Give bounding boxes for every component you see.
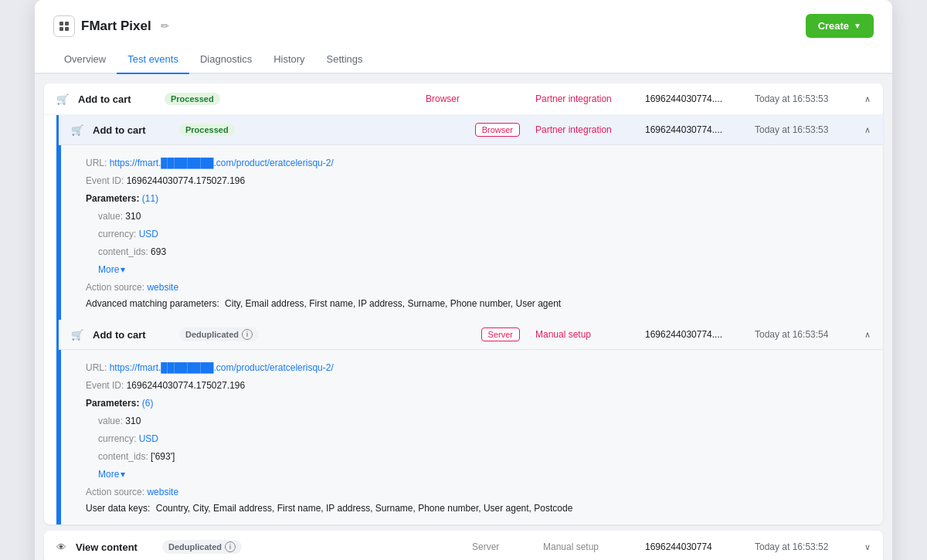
params-row: Parameters: (11) [86, 192, 868, 205]
value-val: 310 [125, 211, 141, 222]
sub-event-name-server: Add to cart [93, 329, 170, 341]
info-icon-bottom: i [225, 541, 236, 552]
more-link-browser[interactable]: More ▾ [98, 263, 125, 277]
event-id-bottom: 1696244030774 [645, 541, 745, 552]
event-row-view-content[interactable]: 👁 View content Deduplicated i Server Man… [44, 531, 883, 560]
create-button[interactable]: Create ▼ [806, 14, 874, 38]
event-time-server: Today at 16:53:54 [755, 329, 855, 340]
action-source-val: website [147, 282, 178, 293]
event-name-top: Add to cart [78, 93, 155, 105]
event-id-top: 1696244030774.... [645, 93, 745, 104]
detail-panel-browser: URL: https://fmart.████████.com/product/… [59, 145, 883, 320]
content-ids-val-server: ['693'] [151, 451, 175, 462]
currency-val-server: USD [139, 433, 158, 444]
content-area: 🛒 Add to cart Processed Browser Partner … [35, 74, 892, 560]
status-badge-view-content: Deduplicated i [162, 540, 242, 554]
action-source-row: Action source: website [86, 280, 868, 294]
params-row-server: Parameters: (6) [86, 396, 868, 410]
value-row: value: 310 [86, 209, 868, 223]
cart-icon-browser: 🛒 [71, 124, 83, 136]
currency-row-server: currency: USD [86, 432, 868, 446]
svg-rect-2 [59, 27, 63, 31]
nav-tabs: Overview Test events Diagnostics History… [35, 46, 892, 74]
sub-status-badge-server: Deduplicated i [179, 328, 259, 341]
svg-rect-0 [59, 22, 63, 25]
cart-icon: 🛒 [56, 93, 69, 105]
event-id-detail: 1696244030774.175027.196 [127, 175, 246, 186]
url-row-server: URL: https://fmart.████████.com/product/… [86, 361, 868, 375]
content-ids-row: content_ids: 693 [86, 245, 868, 259]
sub-event-browser-row[interactable]: 🛒 Add to cart Processed Browser Partner … [59, 115, 883, 145]
sub-status-badge-browser: Processed [179, 124, 235, 136]
sub-event-container: 🛒 Add to cart Processed Browser Partner … [56, 115, 883, 524]
event-row-top[interactable]: 🛒 Add to cart Processed Browser Partner … [44, 83, 883, 115]
action-source-val-server: website [147, 487, 178, 497]
integration-top: Partner integration [535, 93, 636, 104]
event-id-server: 1696244030774.... [645, 329, 745, 340]
params-count-browser[interactable]: (11) [142, 193, 158, 204]
url-link-browser[interactable]: https://fmart.████████.com/product/eratc… [110, 158, 334, 168]
more-link-server[interactable]: More ▾ [98, 467, 125, 481]
event-name-view-content: View content [76, 541, 153, 553]
source-tag-bottom: Server [472, 541, 534, 552]
edit-icon[interactable]: ✏ [161, 20, 169, 32]
sub-event-name-browser: Add to cart [93, 124, 170, 136]
value-row-server: value: 310 [86, 414, 868, 428]
event-group-add-to-cart: 🛒 Add to cart Processed Browser Partner … [44, 83, 883, 524]
main-window: FMart Pixel ✏ Create ▼ Overview Test eve… [35, 0, 892, 560]
svg-rect-1 [65, 22, 69, 25]
view-icon: 👁 [56, 541, 66, 553]
url-row: URL: https://fmart.████████.com/product/… [86, 156, 868, 170]
content-ids-val: 693 [151, 246, 166, 257]
tab-overview[interactable]: Overview [53, 46, 117, 74]
event-time-browser: Today at 16:53:53 [755, 124, 855, 135]
event-id-browser: 1696244030774.... [645, 124, 745, 135]
source-tag-top: Browser [426, 93, 526, 104]
currency-row: currency: USD [86, 227, 868, 241]
event-group-view-content: 👁 View content Deduplicated i Server Man… [44, 531, 883, 560]
chevron-down-icon: ▼ [854, 22, 861, 30]
header: FMart Pixel ✏ Create ▼ [35, 0, 892, 38]
event-time-top: Today at 16:53:53 [755, 93, 855, 104]
app-title: FMart Pixel [81, 19, 151, 34]
detail-panel-server: URL: https://fmart.████████.com/product/… [59, 350, 883, 524]
matching-params-row-browser: Advanced matching parameters: City, Emai… [86, 298, 868, 309]
tab-settings[interactable]: Settings [316, 46, 374, 74]
info-icon: i [242, 329, 253, 340]
event-id-server-detail-row: Event ID: 1696244030774.175027.196 [86, 378, 868, 392]
user-data-row-server: User data keys: Country, City, Email add… [86, 503, 868, 514]
tab-test-events[interactable]: Test events [117, 46, 189, 74]
more-row-server: More ▾ [86, 467, 868, 481]
status-badge-top: Processed [165, 93, 220, 105]
browser-tag: Browser [475, 123, 520, 137]
header-left: FMart Pixel ✏ [53, 15, 169, 37]
server-tag: Server [481, 328, 520, 341]
integration-browser: Partner integration [535, 124, 636, 135]
currency-val: USD [139, 229, 158, 239]
svg-rect-3 [65, 27, 69, 31]
sub-event-server-row[interactable]: 🛒 Add to cart Deduplicated i Server Manu… [59, 320, 883, 350]
event-id-detail-row: Event ID: 1696244030774.175027.196 [86, 174, 868, 188]
action-source-row-server: Action source: website [86, 485, 868, 499]
more-row-browser: More ▾ [86, 263, 868, 277]
event-time-bottom: Today at 16:53:52 [755, 541, 855, 552]
event-id-server-detail: 1696244030774.175027.196 [127, 380, 246, 391]
content-ids-row-server: content_ids: ['693'] [86, 450, 868, 463]
chevron-up-icon: ∧ [864, 94, 871, 104]
value-val-server: 310 [125, 416, 141, 426]
pixel-icon [53, 15, 75, 37]
cart-icon-server: 🛒 [71, 329, 83, 341]
chevron-up-icon-server: ∧ [864, 330, 871, 340]
chevron-up-icon-browser: ∧ [864, 125, 871, 135]
params-count-server[interactable]: (6) [142, 398, 154, 409]
chevron-down-icon-bottom: ∨ [864, 542, 871, 552]
tab-history[interactable]: History [263, 46, 315, 74]
tab-diagnostics[interactable]: Diagnostics [189, 46, 263, 74]
integration-server: Manual setup [535, 329, 636, 340]
integration-bottom: Manual setup [543, 541, 636, 552]
url-link-server[interactable]: https://fmart.████████.com/product/eratc… [110, 362, 334, 373]
